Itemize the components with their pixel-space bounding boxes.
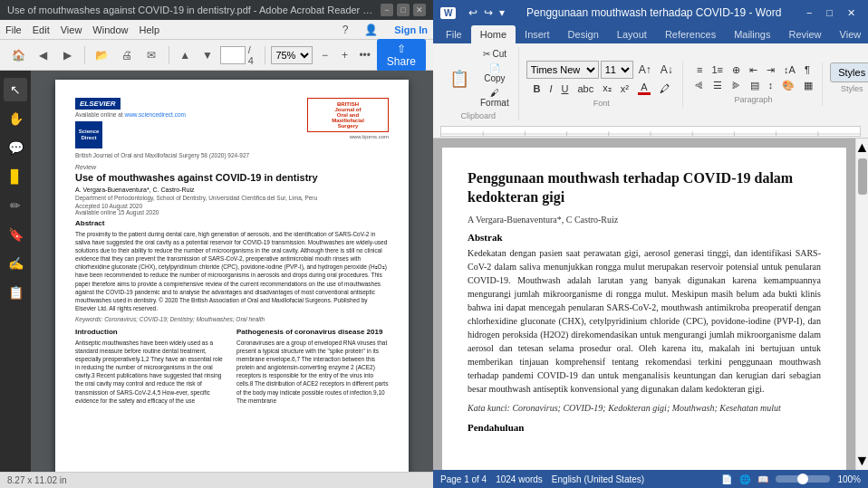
word-tab-design[interactable]: Design xyxy=(559,25,608,43)
word-sort-btn[interactable]: ↕A xyxy=(780,62,799,77)
word-fontcolor-btn[interactable]: A xyxy=(634,81,654,97)
pdf-fwd-btn[interactable]: ▶ xyxy=(56,44,78,66)
word-statusbar: Page 1 of 4 1024 words English (United S… xyxy=(433,470,868,488)
ruler-svg xyxy=(441,129,860,137)
word-paste-btn[interactable]: 📋 xyxy=(444,67,475,91)
pdf-highlight-tool[interactable]: ▊ xyxy=(4,165,27,188)
word-page-count: Page 1 of 4 xyxy=(440,474,487,484)
word-undo-btn[interactable]: ↩ xyxy=(467,5,479,21)
pdf-intro-col: Introduction Antiseptic mouthwashes have… xyxy=(75,328,227,408)
pdf-comment-tool[interactable]: 💬 xyxy=(4,136,27,159)
word-view-web-btn[interactable]: 🌐 xyxy=(739,474,750,484)
word-tab-mailings[interactable]: Mailings xyxy=(725,25,779,43)
pdf-menu-view[interactable]: View xyxy=(61,24,82,35)
pdf-pathogen-body: Coronaviruses are a group of enveloped R… xyxy=(236,339,389,405)
word-subscript-btn[interactable]: x₂ xyxy=(599,81,615,96)
pdf-more-btn[interactable]: ••• xyxy=(357,44,373,66)
word-align-right-btn[interactable]: ⫸ xyxy=(728,78,745,92)
word-font-select[interactable]: Times New Roman Arial Calibri xyxy=(526,61,599,79)
word-scroll-track[interactable] xyxy=(856,196,868,452)
pdf-page-input[interactable]: 1 xyxy=(220,46,246,64)
word-view-print-btn[interactable]: 📄 xyxy=(721,474,732,484)
pdf-menu-file[interactable]: File xyxy=(5,24,22,35)
word-view-read-btn[interactable]: 📖 xyxy=(757,474,768,484)
pdf-header: ELSEVIER Available online at www.science… xyxy=(75,98,389,158)
pdf-stamp-tool[interactable]: 🔖 xyxy=(4,223,27,246)
pdf-fillsign-tool[interactable]: 📋 xyxy=(4,281,27,304)
pdf-minimize-btn[interactable]: − xyxy=(381,4,393,16)
pdf-menu-help[interactable]: Help xyxy=(139,24,159,35)
word-strikethrough-btn[interactable]: abc xyxy=(574,81,597,96)
word-zoom-slider[interactable] xyxy=(776,475,830,483)
pdf-prev-page-btn[interactable]: ▲ xyxy=(176,44,196,66)
word-maximize-btn[interactable]: □ xyxy=(821,5,838,20)
word-close-btn[interactable]: ✕ xyxy=(842,5,861,21)
word-shading-btn[interactable]: 🎨 xyxy=(778,78,798,93)
word-redo-btn[interactable]: ↪ xyxy=(482,5,495,21)
pdf-zoom-select[interactable]: 75% 100% 125% xyxy=(271,46,313,64)
word-formatpaint-btn[interactable]: 🖌 Format xyxy=(477,86,513,110)
pdf-draw-tool[interactable]: ✏ xyxy=(4,194,27,217)
pdf-help-icon[interactable]: ? xyxy=(342,24,349,36)
pdf-home-btn[interactable]: 🏠 xyxy=(7,44,29,66)
word-underline-btn[interactable]: U xyxy=(558,81,573,96)
word-tab-home[interactable]: Home xyxy=(471,25,516,43)
word-linespace-btn[interactable]: ↕ xyxy=(765,78,777,92)
word-zoom-label: 100% xyxy=(837,474,861,484)
pdf-dates: Accepted 10 August 2020 Available online… xyxy=(75,203,389,215)
word-bold-btn[interactable]: B xyxy=(529,81,544,96)
word-cut-btn[interactable]: ✂ Cut xyxy=(477,47,513,61)
word-decrease-indent-btn[interactable]: ⇤ xyxy=(746,62,761,78)
word-scrollbar-right[interactable]: ▲ ▼ xyxy=(855,139,868,470)
pdf-email-btn[interactable]: ✉ xyxy=(140,44,162,66)
pdf-user-icon[interactable]: 👤 xyxy=(364,24,378,36)
word-shrink-font-btn[interactable]: A↓ xyxy=(657,62,677,78)
word-superscript-btn[interactable]: x² xyxy=(617,81,632,96)
word-multilevel-btn[interactable]: ⊕ xyxy=(728,62,744,78)
word-scrollbar-thumb[interactable] xyxy=(858,158,867,195)
word-borders-btn[interactable]: ▦ xyxy=(800,78,816,93)
word-tab-references[interactable]: References xyxy=(656,25,725,43)
word-scroll-up-btn[interactable]: ▲ xyxy=(856,139,868,157)
word-styles-btn[interactable]: Styles xyxy=(830,62,868,82)
pdf-hand-tool[interactable]: ✋ xyxy=(4,107,27,130)
word-numbering-btn[interactable]: 1≡ xyxy=(709,62,728,77)
word-minimize-btn[interactable]: − xyxy=(801,5,817,20)
pdf-cursor-tool[interactable]: ↖ xyxy=(4,78,27,101)
pdf-zoom-out-btn[interactable]: − xyxy=(316,44,333,66)
word-tab-review[interactable]: Review xyxy=(780,25,831,43)
word-scroll-down-btn[interactable]: ▼ xyxy=(856,452,868,470)
word-justify-btn[interactable]: ▤ xyxy=(747,78,763,93)
pdf-zoom-in-btn[interactable]: + xyxy=(337,44,353,66)
word-pendahuluan: Pendahuluan xyxy=(468,422,821,433)
word-language: English (United States) xyxy=(552,474,644,484)
pdf-close-btn[interactable]: ✕ xyxy=(413,4,426,16)
pdf-signin[interactable]: Sign In xyxy=(394,24,428,35)
word-grow-font-btn[interactable]: A↑ xyxy=(635,62,655,78)
pdf-menu-window[interactable]: Window xyxy=(92,24,128,35)
pdf-share-btn[interactable]: ⇧ Share xyxy=(377,39,426,72)
word-bullets-btn[interactable]: ≡ xyxy=(693,62,706,77)
pdf-menu-edit[interactable]: Edit xyxy=(33,24,50,35)
word-font-size-select[interactable]: 11 12 14 xyxy=(601,61,633,79)
word-copy-btn[interactable]: 📄 Copy xyxy=(477,62,513,85)
word-pilcrow-btn[interactable]: ¶ xyxy=(801,62,814,77)
word-tab-file[interactable]: File xyxy=(437,25,471,43)
word-tab-layout[interactable]: Layout xyxy=(608,25,656,43)
pdf-open-btn[interactable]: 📂 xyxy=(92,44,113,66)
pdf-sign-tool[interactable]: ✍ xyxy=(4,252,27,275)
word-highlight-btn[interactable]: 🖍 xyxy=(656,81,673,96)
word-status-right: 📄 🌐 📖 100% xyxy=(721,474,861,484)
pdf-page-total: / 4 xyxy=(248,44,258,66)
pdf-back-btn[interactable]: ◀ xyxy=(32,44,53,66)
word-increase-indent-btn[interactable]: ⇥ xyxy=(763,62,778,78)
pdf-print-btn[interactable]: 🖨 xyxy=(116,44,138,66)
word-undo-dropdown[interactable]: ▾ xyxy=(497,5,506,21)
word-align-left-btn[interactable]: ⫷ xyxy=(690,78,708,92)
word-tab-insert[interactable]: Insert xyxy=(516,25,559,43)
pdf-next-page-btn[interactable]: ▼ xyxy=(198,44,217,66)
pdf-maximize-btn[interactable]: □ xyxy=(397,4,410,16)
word-align-center-btn[interactable]: ☰ xyxy=(709,78,726,93)
word-tab-view[interactable]: View xyxy=(831,25,868,43)
word-italic-btn[interactable]: I xyxy=(545,81,555,96)
